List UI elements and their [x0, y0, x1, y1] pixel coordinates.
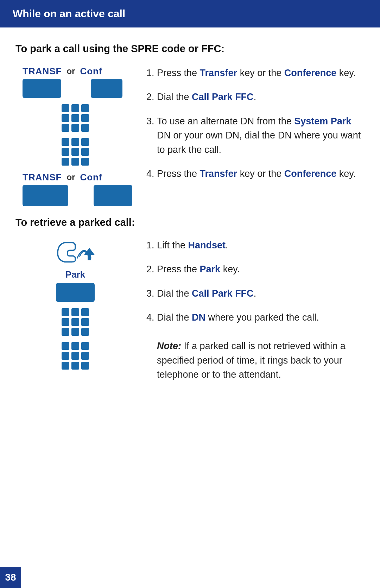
park-button[interactable] [56, 283, 95, 302]
header-bar: While on an active call [0, 0, 380, 27]
step1-3: To use an alternate DN from the System P… [157, 114, 365, 157]
step1-1: Press the Transfer key or the Conference… [157, 66, 365, 80]
conf-label-1: Conf [80, 66, 102, 77]
section1-visuals: TRANSF or Conf [15, 66, 135, 206]
conf-button-2[interactable] [94, 185, 132, 206]
section1-steps: Press the Transfer key or the Conference… [146, 66, 365, 191]
step1-4: Press the Transfer key or the Conference… [157, 167, 365, 181]
numpad-3 [62, 308, 89, 336]
key-buttons-2 [23, 185, 132, 206]
numpad-4 [62, 342, 89, 370]
section2-visuals: Park [15, 238, 135, 370]
header-title: While on an active call [13, 8, 125, 19]
step2-1: Lift the Handset. [157, 238, 365, 253]
step1-2: Dial the Call Park FFC. [157, 90, 365, 104]
transf-button-1[interactable] [23, 79, 61, 98]
conf-button-1[interactable] [91, 79, 122, 98]
or-label-1: or [66, 66, 75, 76]
park-label: Park [65, 269, 85, 280]
section2-title: To retrieve a parked call: [15, 217, 365, 228]
step2-2: Press the Park key. [157, 262, 365, 277]
numpad-1 [62, 104, 89, 132]
conf-label-2: Conf [80, 172, 102, 183]
section2-steps: Lift the Handset. Press the Park key. Di… [146, 238, 365, 392]
transf-label-1: TRANSF [23, 66, 62, 77]
page-number: 38 [0, 567, 21, 588]
transf-conf-row-2: TRANSF or Conf [23, 172, 102, 183]
handset-icon [54, 238, 96, 263]
step2-3: Dial the Call Park FFC. [157, 286, 365, 301]
section1-title: To park a call using the SPRE code or FF… [15, 42, 365, 56]
key-buttons-1 [23, 79, 122, 98]
or-label-2: or [66, 172, 75, 182]
transf-conf-row-1: TRANSF or Conf [23, 66, 102, 77]
numpad-2 [62, 138, 89, 166]
section2-layout: Park [15, 238, 365, 392]
transf-label-2: TRANSF [23, 172, 62, 183]
transf-button-2[interactable] [23, 185, 68, 206]
section1-layout: TRANSF or Conf [15, 66, 365, 206]
page-content: To park a call using the SPRE code or FF… [0, 42, 380, 431]
step2-4: Dial the DN where you parked the call. N… [157, 310, 365, 382]
